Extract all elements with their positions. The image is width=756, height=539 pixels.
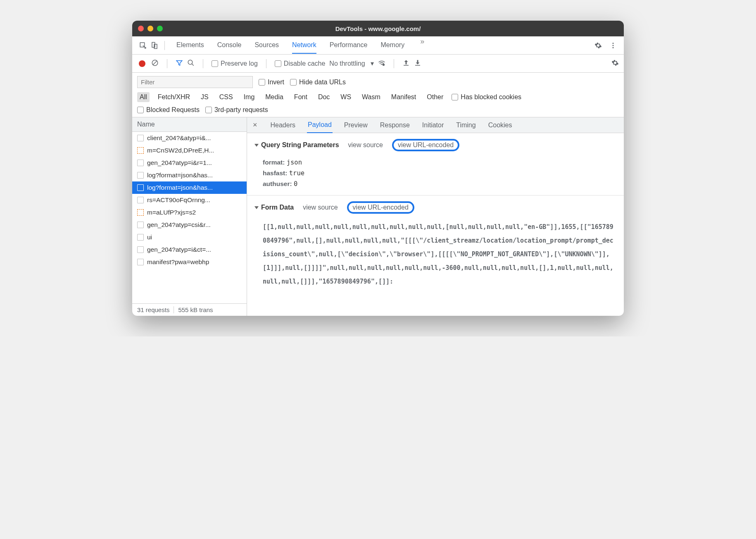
panel-settings-icon[interactable] bbox=[611, 59, 619, 68]
filter-type-media[interactable]: Media bbox=[263, 92, 286, 102]
dtab-timing[interactable]: Timing bbox=[455, 118, 476, 133]
close-icon[interactable]: × bbox=[251, 117, 259, 133]
device-toolbar-icon[interactable] bbox=[149, 40, 160, 51]
request-name: client_204?&atyp=i&... bbox=[147, 134, 211, 142]
request-name: rs=ACT90oFqOrnng... bbox=[147, 196, 210, 204]
filter-icon[interactable] bbox=[176, 59, 183, 68]
third-party-checkbox[interactable]: 3rd-party requests bbox=[205, 106, 268, 114]
clear-icon[interactable] bbox=[151, 59, 159, 68]
file-icon bbox=[137, 234, 144, 241]
request-row[interactable]: gen_204?atyp=i&r=1... bbox=[132, 157, 247, 169]
tab-elements[interactable]: Elements bbox=[176, 37, 204, 53]
request-name: m=CnSW2d,DPreE,H... bbox=[147, 147, 214, 154]
request-row[interactable]: m=aLUfP?xjs=s2 bbox=[132, 206, 247, 219]
dtab-preview[interactable]: Preview bbox=[343, 118, 368, 133]
filter-type-all[interactable]: All bbox=[137, 92, 150, 102]
filter-type-doc[interactable]: Doc bbox=[316, 92, 332, 102]
request-row[interactable]: manifest?pwa=webhp bbox=[132, 256, 247, 268]
request-row[interactable]: ui bbox=[132, 231, 247, 243]
request-row[interactable]: gen_204?atyp=csi&r... bbox=[132, 219, 247, 231]
window-title: DevTools - www.google.com/ bbox=[138, 25, 618, 32]
dtab-headers[interactable]: Headers bbox=[270, 118, 296, 133]
settings-icon[interactable] bbox=[592, 40, 604, 51]
request-row[interactable]: log?format=json&has... bbox=[132, 181, 247, 194]
titlebar: DevTools - www.google.com/ bbox=[132, 21, 624, 36]
param-row: authuser: 0 bbox=[263, 179, 616, 189]
form-data-section-header: Form Data view source view URL-encoded bbox=[254, 201, 616, 216]
dtab-payload[interactable]: Payload bbox=[307, 117, 333, 133]
view-url-encoded-link[interactable]: view URL-encoded bbox=[392, 139, 459, 151]
blocked-requests-checkbox[interactable]: Blocked Requests bbox=[137, 106, 200, 114]
dtab-response[interactable]: Response bbox=[379, 118, 411, 133]
search-icon[interactable] bbox=[187, 59, 195, 68]
request-row[interactable]: client_204?&atyp=i&... bbox=[132, 132, 247, 144]
download-icon[interactable] bbox=[414, 59, 421, 68]
request-list-header[interactable]: Name bbox=[132, 117, 247, 132]
window-controls bbox=[138, 26, 163, 31]
request-row[interactable]: log?format=json&has... bbox=[132, 169, 247, 181]
hide-data-urls-checkbox[interactable]: Hide data URLs bbox=[290, 79, 346, 86]
param-value: true bbox=[289, 169, 304, 177]
svg-point-8 bbox=[188, 60, 193, 64]
svg-point-10 bbox=[383, 64, 385, 65]
view-url-encoded-link-2[interactable]: view URL-encoded bbox=[347, 201, 414, 214]
filter-type-js[interactable]: JS bbox=[198, 92, 211, 102]
maximize-window-button[interactable] bbox=[157, 26, 163, 31]
form-data-toggle[interactable]: Form Data bbox=[254, 204, 294, 211]
param-value: json bbox=[287, 159, 302, 166]
request-row[interactable]: m=CnSW2d,DPreE,H... bbox=[132, 144, 247, 157]
record-icon[interactable] bbox=[139, 60, 145, 67]
filter-type-img[interactable]: Img bbox=[241, 92, 257, 102]
tab-sources[interactable]: Sources bbox=[254, 37, 279, 53]
file-icon bbox=[137, 160, 144, 166]
filter-type-manifest[interactable]: Manifest bbox=[389, 92, 418, 102]
query-string-toggle[interactable]: Query String Parameters bbox=[254, 141, 339, 149]
request-row[interactable]: gen_204?atyp=i&ct=... bbox=[132, 243, 247, 256]
detail-panel: × Headers Payload Preview Response Initi… bbox=[247, 117, 624, 316]
view-source-link[interactable]: view source bbox=[348, 141, 383, 149]
detail-body: Query String Parameters view source view… bbox=[247, 133, 624, 316]
minimize-window-button[interactable] bbox=[147, 26, 153, 31]
request-name: log?format=json&has... bbox=[147, 184, 213, 191]
detail-tab-bar: × Headers Payload Preview Response Initi… bbox=[247, 117, 624, 133]
form-data-content: [[1,null,null,null,null,null,null,null,n… bbox=[263, 220, 616, 289]
tab-console[interactable]: Console bbox=[217, 37, 242, 53]
network-content: Name client_204?&atyp=i&...m=CnSW2d,DPre… bbox=[132, 117, 624, 316]
has-blocked-cookies-checkbox[interactable]: Has blocked cookies bbox=[452, 93, 521, 101]
param-key: format: bbox=[263, 159, 287, 166]
file-icon bbox=[137, 172, 144, 179]
file-icon bbox=[137, 209, 144, 216]
network-conditions-icon[interactable] bbox=[378, 59, 385, 68]
dtab-cookies[interactable]: Cookies bbox=[487, 118, 513, 133]
request-row[interactable]: rs=ACT90oFqOrnng... bbox=[132, 194, 247, 206]
upload-icon[interactable] bbox=[402, 59, 410, 68]
svg-line-7 bbox=[153, 60, 157, 65]
filter-type-ws[interactable]: WS bbox=[338, 92, 354, 102]
filter-input[interactable] bbox=[137, 76, 253, 88]
view-source-link-2[interactable]: view source bbox=[303, 204, 338, 211]
tab-memory[interactable]: Memory bbox=[380, 37, 404, 53]
request-name: gen_204?atyp=i&ct=... bbox=[147, 246, 211, 253]
filter-type-wasm[interactable]: Wasm bbox=[359, 92, 383, 102]
tab-network[interactable]: Network bbox=[292, 37, 316, 54]
disable-cache-checkbox[interactable]: Disable cache bbox=[275, 60, 326, 67]
kebab-menu-icon[interactable] bbox=[607, 40, 619, 51]
tab-performance[interactable]: Performance bbox=[330, 37, 368, 53]
filter-type-other[interactable]: Other bbox=[424, 92, 446, 102]
filter-type-font[interactable]: Font bbox=[292, 92, 310, 102]
filter-type-fetch[interactable]: Fetch/XHR bbox=[155, 92, 193, 102]
throttling-select[interactable]: No throttling ▾ bbox=[329, 60, 374, 67]
param-key: hasfast: bbox=[263, 169, 289, 176]
more-tabs-icon[interactable]: » bbox=[418, 37, 427, 53]
request-name: manifest?pwa=webhp bbox=[147, 258, 209, 266]
chevron-down-icon bbox=[254, 206, 259, 209]
transfer-size: 555 kB trans bbox=[178, 306, 213, 313]
invert-checkbox[interactable]: Invert bbox=[259, 79, 284, 86]
close-window-button[interactable] bbox=[138, 26, 144, 31]
select-element-icon[interactable] bbox=[137, 40, 149, 51]
filter-bar: Invert Hide data URLs All Fetch/XHR JS C… bbox=[132, 73, 624, 117]
preserve-log-checkbox[interactable]: Preserve log bbox=[212, 60, 258, 67]
file-icon bbox=[137, 135, 144, 141]
dtab-initiator[interactable]: Initiator bbox=[421, 118, 445, 133]
filter-type-css[interactable]: CSS bbox=[217, 92, 235, 102]
